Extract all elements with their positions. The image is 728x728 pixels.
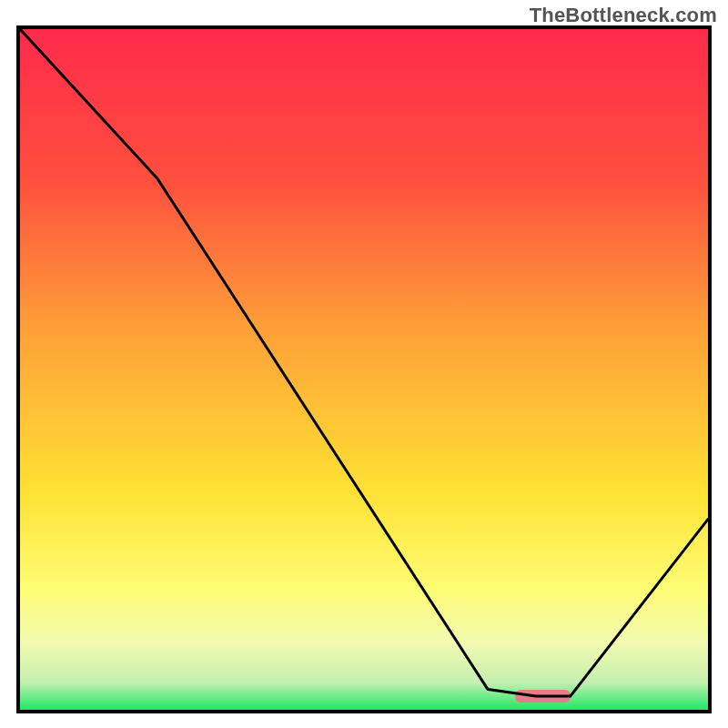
chart-svg bbox=[20, 29, 708, 710]
chart-wrapper: TheBottleneck.com bbox=[0, 0, 728, 728]
watermark-text: TheBottleneck.com bbox=[530, 4, 717, 27]
plot-frame bbox=[16, 25, 712, 713]
gradient-fill bbox=[20, 29, 708, 710]
